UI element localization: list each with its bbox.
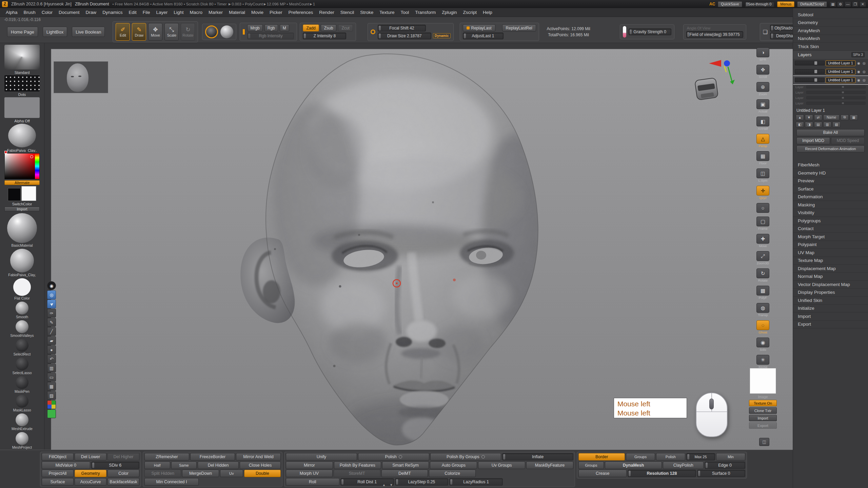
dock-button[interactable]: Auto Groups xyxy=(430,462,477,469)
restore-icon[interactable]: ❐ xyxy=(852,1,859,7)
mrgb-button[interactable]: Mrgb xyxy=(247,24,262,32)
qxyz-button[interactable]: ✛ Qxyz xyxy=(755,185,771,200)
menu-item[interactable]: Marker xyxy=(205,8,226,17)
head-model[interactable] xyxy=(51,49,793,450)
layer-eye-icon[interactable]: ◉ xyxy=(856,78,861,82)
palette-section[interactable]: Displacement Map xyxy=(793,265,868,273)
dot-icon[interactable]: ● xyxy=(47,345,56,354)
tray-shortcut[interactable]: MeshExtrude xyxy=(12,413,33,431)
layer-intensity-slider[interactable] xyxy=(795,69,825,74)
rotate-canvas-button[interactable]: ↻ Rotate xyxy=(755,268,771,283)
zsub-button[interactable]: Zsub xyxy=(321,24,337,32)
dock-button[interactable]: LazyRadius 1 xyxy=(449,478,503,486)
dock-button[interactable]: Uv Groups xyxy=(478,462,525,469)
zoom-button[interactable]: ⊕ Zoom xyxy=(755,82,771,96)
current-brush-thumbnail[interactable] xyxy=(4,45,40,69)
bake-all-button[interactable]: Bake All xyxy=(796,129,865,136)
dock-button[interactable]: ClayPolish xyxy=(663,462,704,469)
dock-button[interactable]: MaskByFeature xyxy=(526,462,573,469)
material-basicmaterial[interactable] xyxy=(7,213,37,243)
zcut-button[interactable]: Zcut xyxy=(338,24,353,32)
floor-button[interactable]: ▦ Floor xyxy=(755,151,771,165)
angle-of-view-button[interactable]: Angle Of View xyxy=(686,26,743,30)
palette-section[interactable]: Deformation xyxy=(793,193,868,201)
tray-shortcut[interactable]: SelectRect xyxy=(14,339,31,357)
brush-meshproject[interactable] xyxy=(16,432,28,445)
palette-section[interactable]: Initialize xyxy=(793,305,868,313)
Untitled Layer 1[interactable]: Untitled Layer 1 ◉ ◎ xyxy=(793,76,868,84)
actual-button[interactable]: ▣ Actual xyxy=(755,99,771,114)
dock-button[interactable]: BackfaceMask xyxy=(107,478,139,486)
Untitled Layer 1[interactable]: Untitled Layer 1 ◉ ◎ xyxy=(793,59,868,67)
menu-item[interactable]: Tool xyxy=(397,8,412,17)
dock-button[interactable]: Same xyxy=(171,462,197,469)
dock-button[interactable]: Inflate xyxy=(502,453,573,461)
dock-button[interactable]: Unify xyxy=(286,453,357,461)
layer-intensity-slider[interactable] xyxy=(795,61,825,65)
record-deformation-button[interactable]: Record Deformation Animation xyxy=(796,145,865,152)
current-material-thumbnail[interactable] xyxy=(8,124,36,147)
dock-button[interactable]: Double xyxy=(244,470,281,477)
menu-item[interactable]: Dynamics xyxy=(99,8,125,17)
menu-item[interactable]: File xyxy=(140,8,153,17)
layer-duplicate-icon[interactable]: ⧉ xyxy=(841,115,849,120)
replay-last-button[interactable]: ReplayLast xyxy=(463,24,495,32)
grid-icon[interactable]: ▦ xyxy=(830,1,836,7)
tray-shortcut[interactable]: Smooth xyxy=(16,302,28,319)
layers-palette-header[interactable]: Layers SPix 3 xyxy=(793,51,868,59)
dock-button[interactable]: Color xyxy=(107,470,139,477)
menu-item[interactable]: Stencil xyxy=(337,8,357,17)
polyframe-button[interactable]: ▩ PolyF xyxy=(755,285,771,300)
palette-section[interactable]: Import xyxy=(793,312,868,321)
edit-button[interactable]: ✐ Edit xyxy=(116,23,130,41)
layer-eye-icon[interactable]: ◉ xyxy=(856,70,861,74)
texture-on-button[interactable]: Texture On xyxy=(749,400,777,406)
dock-button[interactable]: Del Higher xyxy=(107,453,139,461)
dock-button[interactable]: Border xyxy=(578,453,625,461)
layer-split-left-icon[interactable]: ◧ xyxy=(796,122,804,127)
clipboard-icon[interactable]: ▨ xyxy=(47,391,56,400)
layer-split-right-icon[interactable]: ◨ xyxy=(805,122,813,127)
xpose-button[interactable]: ✳ Xpose xyxy=(755,354,771,369)
palette-section[interactable]: Masking xyxy=(793,201,868,209)
menu-item[interactable]: Material xyxy=(226,8,248,17)
palette-section[interactable]: Preview xyxy=(793,177,868,185)
draw-size-slider[interactable]: Draw Size 2.18787 xyxy=(378,33,431,39)
undo-icon[interactable]: ↶ xyxy=(47,354,56,363)
main-color-swatch[interactable] xyxy=(8,188,21,201)
layer-merge-icon[interactable]: ▧ xyxy=(832,122,841,127)
menu-item[interactable]: Preferences xyxy=(285,8,316,17)
dock-button[interactable]: Morph UV xyxy=(286,470,333,477)
dock-button[interactable]: Mirror xyxy=(286,462,333,469)
brush-meshextrude[interactable] xyxy=(16,413,28,426)
menu-item[interactable]: Help xyxy=(480,8,495,17)
layer-delete-icon[interactable]: ▥ xyxy=(823,122,831,127)
texture-image-preview[interactable] xyxy=(750,368,776,394)
live-boolean-button[interactable]: Live Boolean xyxy=(72,27,105,37)
menu-item[interactable]: Color xyxy=(39,8,56,17)
palette-section[interactable]: FiberMesh xyxy=(793,161,868,169)
dynamic-toggle[interactable]: Dynamic xyxy=(433,33,451,38)
tray-shortcut[interactable]: MaskLasso xyxy=(13,395,31,412)
focal-shift-slider[interactable]: Focal Shift 42 xyxy=(378,25,426,32)
replay-last-rel-button[interactable]: ReplayLastRel xyxy=(502,24,536,32)
brush-masklasso[interactable] xyxy=(16,395,28,408)
menu-item[interactable]: Document xyxy=(56,8,83,17)
bpr-button[interactable]: ◑ BPR xyxy=(755,47,771,62)
color-picker[interactable] xyxy=(4,153,40,179)
local-pivot-button[interactable]: ○ xyxy=(755,203,771,214)
alternate-button[interactable]: Alternate xyxy=(4,180,40,185)
current-material-icon[interactable] xyxy=(220,25,233,38)
zadd-button[interactable]: Zadd xyxy=(303,24,319,32)
cursor-arrow-icon[interactable]: ➤ xyxy=(47,300,56,308)
field-of-view-slider[interactable]: Field of view(deg) 39.59775 xyxy=(686,31,743,38)
rgb-intensity-slider[interactable]: Rgb Intensity xyxy=(247,33,294,39)
brush-smooth[interactable] xyxy=(16,302,28,314)
dock-button[interactable]: Surface 0 xyxy=(697,470,745,477)
brush-selectrect[interactable] xyxy=(16,339,28,352)
dock-button[interactable]: Half xyxy=(144,462,170,469)
dock-button[interactable]: FillObject xyxy=(42,453,74,461)
palette-section[interactable]: UV Map xyxy=(793,249,868,257)
palette-section[interactable]: Contact xyxy=(793,225,868,233)
palette-section[interactable]: Polygroups xyxy=(793,217,868,225)
